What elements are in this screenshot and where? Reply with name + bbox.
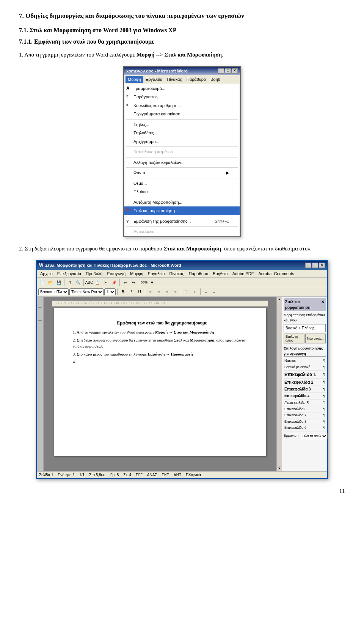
tb-bold[interactable]: B xyxy=(119,288,127,296)
style-select[interactable]: Βασικό + Πλήρ xyxy=(38,288,69,295)
menu-autoformat[interactable]: Αυτόματη Μορφοποίηση... xyxy=(124,198,240,207)
menu-columns[interactable]: Στήλες... xyxy=(124,120,240,129)
menu-frames[interactable]: Πλαίσια xyxy=(124,187,240,196)
tb-redo[interactable]: ↪ xyxy=(130,279,137,286)
menu-borders[interactable]: Περιγράμματα και σκίαση... xyxy=(124,110,240,118)
style-heading2[interactable]: Επικεφαλίδα 2 ¶ xyxy=(284,379,326,386)
tb-new[interactable]: 📄 xyxy=(38,279,46,286)
menu-dropcap[interactable]: Αρχίγραμμα... xyxy=(124,137,240,146)
style-heading9[interactable]: Επικεφαλίδα 9 ¶ xyxy=(284,425,326,431)
menu-tabs[interactable]: Στηλοθέτες... xyxy=(124,129,240,137)
style-basic[interactable]: Βασικό ¶ xyxy=(284,357,326,364)
menu-acrobat[interactable]: Acrobat Comments xyxy=(257,270,296,277)
minimize-btn[interactable]: _ xyxy=(218,68,224,74)
word-menubar2: Αρχείο Επεξεργασία Προβολή Εισαγωγή Μορφ… xyxy=(37,270,327,278)
tb-justify[interactable]: ≡ xyxy=(172,288,179,296)
word-menu-titlebar: xomένων.doc - Microsoft Word _ □ ✕ xyxy=(124,67,240,76)
word-close-btn[interactable]: ✕ xyxy=(319,263,325,268)
new-style-btn[interactable]: Νέο στυλ... xyxy=(305,334,326,343)
menu-arxeio[interactable]: Αρχείο xyxy=(38,270,55,277)
main-heading: 7. Οδηγίες δημιουργίας και διαμόρφωσης τ… xyxy=(19,11,345,20)
side-footer-select[interactable]: Όλα τα στυλ xyxy=(301,433,328,439)
menu-proboli[interactable]: Προβολή xyxy=(84,270,104,277)
tb-open[interactable]: 📂 xyxy=(47,279,54,286)
close-btn[interactable]: ✕ xyxy=(232,68,238,74)
style-heading3[interactable]: Επικεφαλίδα 3 ¶ xyxy=(284,386,326,393)
style-heading8[interactable]: Επικεφαλίδα 8 ¶ xyxy=(284,419,326,425)
page-para4: 4. xyxy=(73,359,251,365)
select-all-btn[interactable]: Επιλογή όλων xyxy=(284,334,304,343)
ergaleia-menu[interactable]: Εργαλεία xyxy=(143,76,165,83)
tb-spellcheck[interactable]: ABC xyxy=(85,279,93,286)
menu-styles[interactable]: A Στυλ και μορφοποίηση... xyxy=(124,206,240,215)
menu-epexergasia[interactable]: Επεξεργασία xyxy=(55,270,83,277)
heading3-paramark: ¶ xyxy=(323,387,325,392)
style-heading7[interactable]: Επικεφαλίδα 7 ¶ xyxy=(284,412,326,419)
word-page: Εμφάνιση των στυλ που θα χρησιμοποιήσουμ… xyxy=(54,308,266,456)
menu-voitheia2[interactable]: Βοήθεια xyxy=(211,270,229,277)
svg-text:A: A xyxy=(126,208,129,212)
voitheia-menu[interactable]: Βοήθ xyxy=(208,76,223,83)
side-panel-close[interactable]: ✕ xyxy=(321,299,324,310)
menu-background[interactable]: Φόντο ▶ xyxy=(124,168,240,177)
style-heading5[interactable]: Επικεφαλίδα 5 ¶ xyxy=(284,400,326,406)
side-footer: Εμφάνιση: Όλα τα στυλ xyxy=(284,433,326,439)
tb-preview[interactable]: 🔍 xyxy=(74,279,82,286)
tb-print[interactable]: 🖨 xyxy=(66,279,74,286)
tb-indent-dec[interactable]: ← xyxy=(202,288,210,296)
menu-parathyro2[interactable]: Παράθυρο xyxy=(187,270,210,277)
menu-grammatoseira[interactable]: A Γραμματοσειρά... xyxy=(124,84,240,93)
word-title2: Στυλ, Μορφοποίηση και Πίνακες Περιεχομέν… xyxy=(45,262,181,269)
menu-ergaleia2[interactable]: Εργαλεία xyxy=(146,270,167,277)
word-minimize-btn[interactable]: _ xyxy=(305,263,311,268)
menu-theme[interactable]: Θέμα... xyxy=(124,179,240,188)
word-menu-window: xomένων.doc - Microsoft Word _ □ ✕ Μορφή… xyxy=(123,66,241,237)
tb-sep3 xyxy=(119,279,120,286)
tb-align-right[interactable]: ≡ xyxy=(163,288,171,296)
menu-changecase[interactable]: Αλλαγή πεζών-κεφαλαίων... xyxy=(124,158,240,167)
tb-undo[interactable]: ↩ xyxy=(121,279,129,286)
parathyro-menu[interactable]: Παράθυρο xyxy=(184,76,208,83)
menu-adobepdf[interactable]: Adobe PDF xyxy=(231,270,256,277)
word-statusbar: Σελίδα 1 Ενότητα 1 1/1 Στο 5,9εκ. Γρ. 8 … xyxy=(37,471,327,478)
style-heading6[interactable]: Επικεφαλίδα 6 ¶ xyxy=(284,406,326,413)
heading4-paramark: ¶ xyxy=(323,394,325,399)
scroll-down-btn[interactable]: ▼ xyxy=(277,466,282,471)
menu-paragraph[interactable]: ¶ Παράγραφος... xyxy=(124,93,240,101)
maximize-btn[interactable]: □ xyxy=(225,68,231,74)
menu-pinakas2[interactable]: Πίνακας xyxy=(168,270,186,277)
heading7-paramark: ¶ xyxy=(323,413,325,418)
scroll-up-btn[interactable]: ▲ xyxy=(277,297,282,302)
word-body: · 1 · · · 2 · · · 3 · · · 4 · · · 5 · · … xyxy=(37,297,327,471)
tb-copy[interactable]: 📋 xyxy=(94,279,101,286)
tb-align-left[interactable]: ≡ xyxy=(147,288,154,296)
tb-zoom[interactable]: ▼ xyxy=(148,279,156,286)
menu-morfi[interactable]: Μορφή xyxy=(128,270,145,277)
side-panel-subtitle: Μορφοποίηση επιλεγμένου κειμένου xyxy=(284,313,326,323)
menu-eisagogi[interactable]: Εισαγωγή xyxy=(105,270,127,277)
morfi-menu[interactable]: Μορφή xyxy=(126,76,143,83)
tb-save[interactable]: 💾 xyxy=(55,279,63,286)
paragraph2: 2. Στη δεξιά πλευρά του εγγράφου θα εμφα… xyxy=(19,244,345,253)
tb-indent-inc[interactable]: → xyxy=(210,288,218,296)
tb-underline[interactable]: U xyxy=(136,288,143,296)
style-heading4[interactable]: Επικεφαλίδα 4 ¶ xyxy=(284,393,326,399)
menu-revealformat[interactable]: ? Εμφάνιση της μορφοποίησης... Shift+F1 xyxy=(124,217,240,226)
tb-cut[interactable]: ✂ xyxy=(102,279,110,286)
tb-sep5 xyxy=(117,288,118,295)
menu-bullets[interactable]: ≡ Κουκκίδες και αρίθμηση... xyxy=(124,101,240,110)
sep5 xyxy=(126,178,238,178)
size-select[interactable]: 12 xyxy=(104,288,116,295)
word-scrollbar: ▲ ▼ xyxy=(276,297,282,471)
pinakas-menu[interactable]: Πίνακας xyxy=(165,76,184,83)
style-heading1[interactable]: Επικεφαλίδα 1 ¶ xyxy=(284,371,326,379)
background-arrow: ▶ xyxy=(226,170,229,176)
style-basic-indent[interactable]: Βασικό με εισοχή ¶ xyxy=(284,364,326,371)
tb-paste[interactable]: 📌 xyxy=(110,279,118,286)
tb-align-center[interactable]: ≡ xyxy=(155,288,163,296)
tb-bullets2[interactable]: • xyxy=(191,288,199,296)
font-select[interactable]: Times New Roman xyxy=(69,288,104,295)
tb-italic[interactable]: I xyxy=(127,288,135,296)
tb-numbering[interactable]: 1. xyxy=(183,288,190,296)
word-maximize-btn[interactable]: □ xyxy=(312,263,318,268)
